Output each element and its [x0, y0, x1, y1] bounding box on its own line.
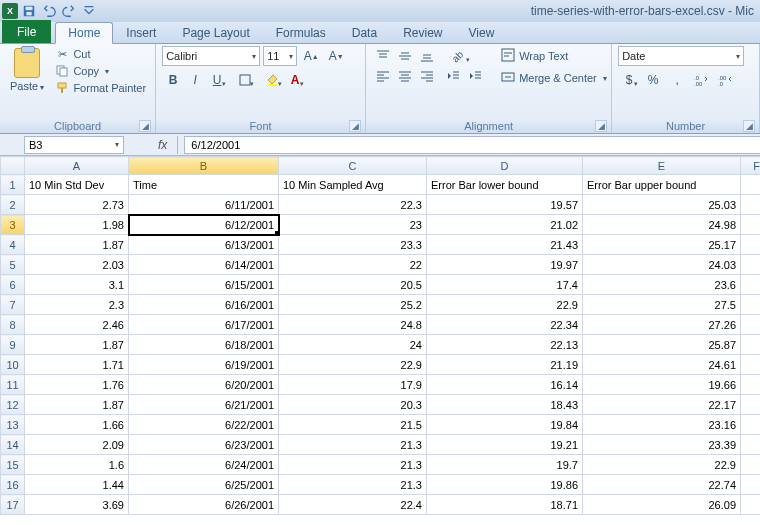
cell[interactable]: 6/15/2001 [129, 275, 279, 295]
cell[interactable] [741, 215, 761, 235]
cell[interactable]: 6/12/2001 [129, 215, 279, 235]
cell[interactable]: 2.46 [25, 315, 129, 335]
tab-page-layout[interactable]: Page Layout [169, 22, 262, 43]
row-header[interactable]: 6 [1, 275, 25, 295]
decrease-decimal-button[interactable]: .00.0 [714, 70, 736, 90]
borders-button[interactable] [234, 70, 256, 90]
cell[interactable]: 22 [279, 255, 427, 275]
number-dialog-launcher[interactable]: ◢ [743, 120, 755, 132]
shrink-font-button[interactable]: A▼ [325, 46, 347, 66]
cell[interactable]: 6/17/2001 [129, 315, 279, 335]
row-header[interactable]: 1 [1, 175, 25, 195]
cell[interactable] [741, 295, 761, 315]
accounting-format-button[interactable]: $ [618, 70, 640, 90]
align-top-button[interactable] [372, 46, 394, 66]
cell[interactable]: 24.98 [583, 215, 741, 235]
cell[interactable]: 21.3 [279, 475, 427, 495]
row-header[interactable]: 10 [1, 355, 25, 375]
align-right-button[interactable] [416, 66, 438, 86]
wrap-text-button[interactable]: Wrap Text [496, 46, 612, 66]
cell[interactable]: 18.43 [427, 395, 583, 415]
cell[interactable]: 1.87 [25, 235, 129, 255]
cut-button[interactable]: ✂Cut [52, 46, 149, 62]
cell[interactable]: 23.39 [583, 435, 741, 455]
copy-button[interactable]: Copy▾ [52, 63, 149, 79]
cell[interactable]: 19.66 [583, 375, 741, 395]
row-header[interactable]: 3 [1, 215, 25, 235]
cell[interactable]: 25.03 [583, 195, 741, 215]
column-header-B[interactable]: B [129, 157, 279, 175]
cell[interactable]: 1.98 [25, 215, 129, 235]
cell[interactable]: 1.76 [25, 375, 129, 395]
cell[interactable]: 23 [279, 215, 427, 235]
cell[interactable] [741, 395, 761, 415]
cell[interactable]: 6/20/2001 [129, 375, 279, 395]
undo-button[interactable] [40, 2, 58, 20]
cell[interactable]: 21.5 [279, 415, 427, 435]
cell[interactable]: 25.17 [583, 235, 741, 255]
row-header[interactable]: 7 [1, 295, 25, 315]
row-header[interactable]: 9 [1, 335, 25, 355]
cell[interactable]: Error Bar upper bound [583, 175, 741, 195]
row-header[interactable]: 14 [1, 435, 25, 455]
cell[interactable] [741, 495, 761, 515]
cell[interactable]: 22.3 [279, 195, 427, 215]
cell[interactable]: 2.09 [25, 435, 129, 455]
column-header-A[interactable]: A [25, 157, 129, 175]
cell[interactable]: 22.9 [583, 455, 741, 475]
cell[interactable] [741, 275, 761, 295]
cell[interactable] [741, 435, 761, 455]
cell[interactable]: 24.8 [279, 315, 427, 335]
cell[interactable]: 6/26/2001 [129, 495, 279, 515]
qat-customize-button[interactable] [80, 2, 98, 20]
cell[interactable]: 6/11/2001 [129, 195, 279, 215]
tab-view[interactable]: View [456, 22, 508, 43]
cell[interactable] [741, 195, 761, 215]
save-button[interactable] [20, 2, 38, 20]
cell[interactable]: 6/19/2001 [129, 355, 279, 375]
tab-review[interactable]: Review [390, 22, 455, 43]
row-header[interactable]: 16 [1, 475, 25, 495]
cell[interactable] [741, 335, 761, 355]
cell[interactable]: 23.6 [583, 275, 741, 295]
column-header-F[interactable]: F [741, 157, 761, 175]
font-name-combo[interactable]: Calibri▾ [162, 46, 260, 66]
cell[interactable]: 1.44 [25, 475, 129, 495]
cell[interactable]: 6/16/2001 [129, 295, 279, 315]
cell[interactable]: 6/24/2001 [129, 455, 279, 475]
redo-button[interactable] [60, 2, 78, 20]
cell[interactable]: 25.2 [279, 295, 427, 315]
cell[interactable]: 22.13 [427, 335, 583, 355]
tab-insert[interactable]: Insert [113, 22, 169, 43]
align-bottom-button[interactable] [416, 46, 438, 66]
cell[interactable]: 21.3 [279, 435, 427, 455]
tab-data[interactable]: Data [339, 22, 390, 43]
cell[interactable]: 19.21 [427, 435, 583, 455]
cell[interactable]: 2.3 [25, 295, 129, 315]
row-header[interactable]: 11 [1, 375, 25, 395]
cell[interactable]: 19.84 [427, 415, 583, 435]
cell[interactable]: 26.09 [583, 495, 741, 515]
cell[interactable]: 16.14 [427, 375, 583, 395]
cell[interactable]: 1.71 [25, 355, 129, 375]
cell[interactable]: 6/13/2001 [129, 235, 279, 255]
number-format-combo[interactable]: Date▾ [618, 46, 744, 66]
cell[interactable]: 21.3 [279, 455, 427, 475]
cell[interactable]: 6/14/2001 [129, 255, 279, 275]
cell[interactable]: 10 Min Std Dev [25, 175, 129, 195]
cell[interactable]: Time [129, 175, 279, 195]
tab-home[interactable]: Home [55, 22, 113, 44]
cell[interactable]: 6/18/2001 [129, 335, 279, 355]
comma-format-button[interactable]: , [666, 70, 688, 90]
cell[interactable]: 25.87 [583, 335, 741, 355]
cell[interactable]: 22.34 [427, 315, 583, 335]
cell[interactable]: 21.02 [427, 215, 583, 235]
cell[interactable]: 22.4 [279, 495, 427, 515]
cell[interactable]: 24.03 [583, 255, 741, 275]
grow-font-button[interactable]: A▲ [300, 46, 322, 66]
format-painter-button[interactable]: Format Painter [52, 80, 149, 96]
italic-button[interactable]: I [184, 70, 206, 90]
cell[interactable]: 3.69 [25, 495, 129, 515]
font-size-combo[interactable]: 11▾ [263, 46, 297, 66]
merge-center-button[interactable]: Merge & Center▾ [496, 68, 612, 88]
